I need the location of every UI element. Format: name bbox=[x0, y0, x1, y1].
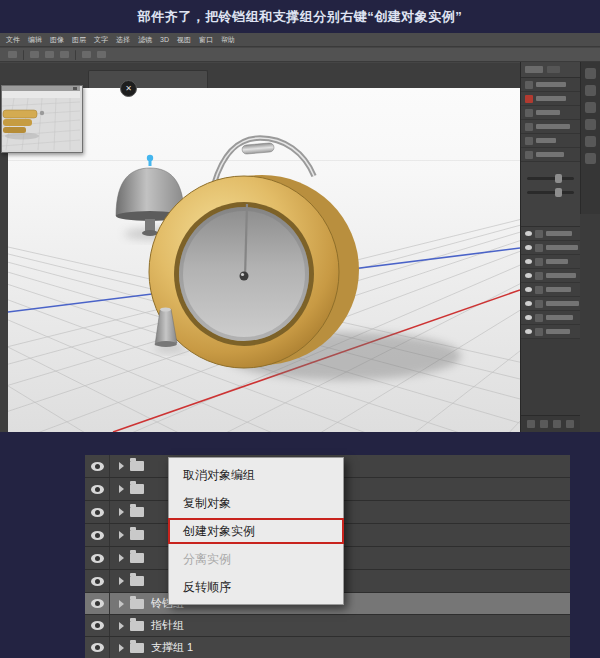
visibility-eye-icon[interactable] bbox=[91, 621, 104, 630]
group-folder-icon bbox=[130, 576, 144, 586]
panel-footer-icon[interactable] bbox=[553, 420, 561, 428]
panel-row-icon bbox=[525, 123, 533, 131]
visibility-eye-icon[interactable] bbox=[91, 554, 104, 563]
menu-bar: 文件 编辑 图像 图层 文字 选择 滤镜 3D 视图 窗口 帮助 bbox=[0, 33, 600, 47]
panel-row[interactable] bbox=[521, 255, 580, 269]
dock-panel-icon[interactable] bbox=[585, 68, 596, 79]
visibility-eye-icon[interactable] bbox=[91, 531, 104, 540]
panel-row[interactable] bbox=[521, 78, 580, 92]
group-folder-icon bbox=[130, 643, 144, 653]
property-slider[interactable] bbox=[527, 177, 574, 180]
visibility-eye-icon[interactable] bbox=[525, 231, 532, 236]
dock-panel-icon[interactable] bbox=[585, 136, 596, 147]
options-bar-icon[interactable] bbox=[82, 51, 91, 58]
expand-arrow-icon[interactable] bbox=[119, 554, 124, 562]
dock-panel-icon[interactable] bbox=[585, 85, 596, 96]
visibility-eye-icon[interactable] bbox=[91, 599, 104, 608]
menu-item-help[interactable]: 帮助 bbox=[221, 35, 235, 45]
panel-row[interactable] bbox=[521, 311, 580, 325]
visibility-eye-icon[interactable] bbox=[91, 643, 104, 652]
menu-item-3d[interactable]: 3D bbox=[160, 36, 169, 43]
visibility-eye-icon[interactable] bbox=[525, 259, 532, 264]
visibility-eye-icon[interactable] bbox=[525, 273, 532, 278]
visibility-eye-icon[interactable] bbox=[525, 287, 532, 292]
panel-stack bbox=[521, 62, 580, 432]
menu-item-file[interactable]: 文件 bbox=[6, 35, 20, 45]
dock-panel-icon[interactable] bbox=[585, 153, 596, 164]
menu-item-type[interactable]: 文字 bbox=[94, 35, 108, 45]
group-folder-icon bbox=[130, 599, 144, 609]
panel-footer-icon[interactable] bbox=[540, 420, 548, 428]
dock-panel-icon[interactable] bbox=[585, 119, 596, 130]
delete-icon[interactable] bbox=[566, 420, 574, 428]
panel-row-icon bbox=[535, 328, 543, 336]
panel-tab[interactable] bbox=[525, 66, 543, 73]
group-folder-icon bbox=[130, 507, 144, 517]
panel-row[interactable] bbox=[521, 241, 580, 255]
close-secondary-view-icon[interactable]: ✕ bbox=[120, 80, 137, 97]
options-bar-icon[interactable] bbox=[30, 51, 39, 58]
dock-panel-icon[interactable] bbox=[585, 102, 596, 113]
panel-row[interactable] bbox=[521, 269, 580, 283]
canvas-3d-view[interactable]: ✕ bbox=[8, 88, 520, 432]
layer-row-support-group[interactable]: 支撑组 1 bbox=[85, 637, 570, 658]
visibility-eye-icon[interactable] bbox=[91, 485, 104, 494]
menu-item-image[interactable]: 图像 bbox=[50, 35, 64, 45]
panel-row-icon bbox=[525, 137, 533, 145]
expand-arrow-icon[interactable] bbox=[119, 508, 124, 516]
options-bar-icon[interactable] bbox=[45, 51, 54, 58]
menu-item-duplicate-object[interactable]: 复制对象 bbox=[169, 489, 343, 517]
panel-row[interactable] bbox=[521, 283, 580, 297]
panel-tab[interactable] bbox=[547, 66, 560, 73]
tool-preset-icon[interactable] bbox=[8, 51, 17, 58]
expand-arrow-icon[interactable] bbox=[119, 600, 124, 608]
expand-arrow-icon[interactable] bbox=[119, 462, 124, 470]
menu-item-window[interactable]: 窗口 bbox=[199, 35, 213, 45]
panel-row[interactable] bbox=[521, 120, 580, 134]
menu-item-filter[interactable]: 滤镜 bbox=[138, 35, 152, 45]
panel-row-icon bbox=[525, 109, 533, 117]
panel-row[interactable] bbox=[521, 297, 580, 311]
expand-arrow-icon[interactable] bbox=[119, 485, 124, 493]
properties-panel bbox=[521, 162, 580, 227]
menu-item-edit[interactable]: 编辑 bbox=[28, 35, 42, 45]
visibility-eye-icon[interactable] bbox=[91, 508, 104, 517]
panel-row[interactable] bbox=[521, 325, 580, 339]
visibility-eye-icon[interactable] bbox=[525, 245, 532, 250]
panel-row-icon bbox=[535, 314, 543, 322]
options-bar bbox=[0, 48, 600, 62]
panel-row[interactable] bbox=[521, 227, 580, 241]
panel-row-icon bbox=[525, 81, 533, 89]
expand-arrow-icon[interactable] bbox=[119, 577, 124, 585]
expand-arrow-icon[interactable] bbox=[119, 622, 124, 630]
menu-item-select[interactable]: 选择 bbox=[116, 35, 130, 45]
layer-label: 支撑组 1 bbox=[151, 640, 193, 655]
menu-item-reverse-order[interactable]: 反转顺序 bbox=[169, 573, 343, 601]
layer-row-hands-group[interactable]: 指针组 bbox=[85, 615, 570, 637]
panel-row[interactable] bbox=[521, 106, 580, 120]
panel-row-icon bbox=[535, 230, 543, 238]
menu-item-ungroup-objects[interactable]: 取消对象编组 bbox=[169, 461, 343, 489]
panel-row[interactable] bbox=[521, 148, 580, 162]
tutorial-caption: 部件齐了，把铃铛组和支撑组分别右键“创建对象实例” bbox=[0, 8, 600, 26]
panel-row[interactable] bbox=[521, 92, 580, 106]
options-bar-icon[interactable] bbox=[97, 51, 106, 58]
secondary-view-panel[interactable] bbox=[1, 85, 83, 153]
property-slider[interactable] bbox=[527, 191, 574, 194]
expand-arrow-icon[interactable] bbox=[119, 644, 124, 652]
panel-footer-icon[interactable] bbox=[527, 420, 535, 428]
menu-item-view[interactable]: 视图 bbox=[177, 35, 191, 45]
visibility-eye-icon[interactable] bbox=[525, 315, 532, 320]
group-folder-icon bbox=[130, 621, 144, 631]
expand-arrow-icon[interactable] bbox=[119, 531, 124, 539]
panel-footer bbox=[521, 415, 580, 432]
menu-item-create-object-instance[interactable]: 创建对象实例 bbox=[169, 517, 343, 545]
visibility-eye-icon[interactable] bbox=[525, 301, 532, 306]
visibility-eye-icon[interactable] bbox=[91, 462, 104, 471]
visibility-eye-icon[interactable] bbox=[91, 577, 104, 586]
menu-item-layer[interactable]: 图层 bbox=[72, 35, 86, 45]
document-tab[interactable] bbox=[88, 70, 208, 89]
panel-row[interactable] bbox=[521, 134, 580, 148]
visibility-eye-icon[interactable] bbox=[525, 329, 532, 334]
options-bar-icon[interactable] bbox=[60, 51, 69, 58]
